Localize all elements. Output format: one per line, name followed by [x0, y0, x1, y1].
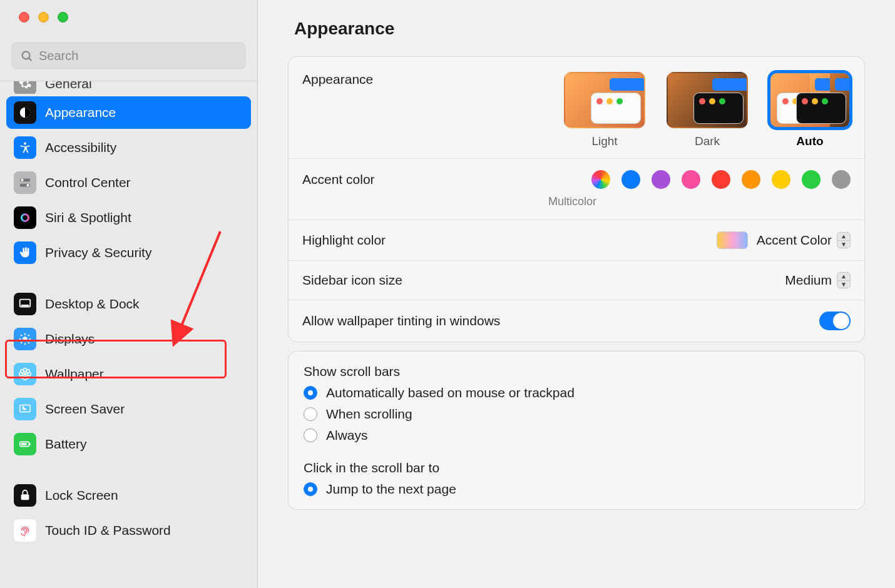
search-input[interactable]: [11, 42, 246, 69]
svg-line-1: [29, 58, 31, 61]
window-minimize-button[interactable]: [38, 12, 49, 23]
settings-panel-scroll: Show scroll bars Automatically based on …: [288, 351, 865, 510]
radio-label: Always: [326, 428, 368, 443]
appearance-thumb: [667, 72, 748, 128]
scrollbars-option[interactable]: Automatically based on mouse or trackpad: [304, 385, 849, 400]
sidebar-item-label: Privacy & Security: [45, 245, 243, 260]
group-scrollbars: Show scroll bars Automatically based on …: [304, 364, 849, 443]
search-icon: [20, 49, 34, 63]
sidebar-item-wallpaper[interactable]: Wallpaper: [6, 358, 251, 390]
group-title: Show scroll bars: [304, 364, 849, 379]
sidebar-item-label: General: [45, 81, 243, 91]
accent-color-graphite[interactable]: [832, 170, 851, 189]
group-title: Click in the scroll bar to: [304, 460, 849, 475]
accent-color-red[interactable]: [712, 170, 730, 189]
accent-color-yellow[interactable]: [772, 170, 790, 189]
svg-point-5: [21, 179, 23, 181]
chevron-down-icon: ▼: [837, 241, 850, 248]
accessibility-icon: [14, 136, 36, 159]
svg-rect-34: [21, 494, 29, 500]
sidebar-item-label: Wallpaper: [45, 367, 243, 382]
flower-icon: [14, 363, 36, 385]
sidebar-item-label: Screen Saver: [45, 402, 243, 417]
window-close-button[interactable]: [19, 12, 29, 23]
sidebar-scroll[interactable]: GeneralAppearanceAccessibilityControl Ce…: [0, 81, 257, 588]
sidebar-item-label: Desktop & Dock: [45, 297, 243, 312]
accent-color-purple[interactable]: [652, 170, 670, 189]
settings-window: GeneralAppearanceAccessibilityControl Ce…: [0, 0, 895, 588]
sidebar-item-lockscreen[interactable]: Lock Screen: [6, 479, 251, 512]
siri-icon: [14, 206, 36, 229]
sidebar-item-label: Battery: [45, 437, 243, 452]
row-label: Allow wallpaper tinting in windows: [302, 313, 819, 328]
sidebar-item-general[interactable]: General: [6, 81, 251, 94]
svg-line-19: [21, 342, 22, 343]
accent-selected-name: Multicolor: [302, 195, 851, 208]
battery-icon: [14, 433, 36, 455]
gear-icon: [14, 81, 36, 94]
accent-color-multicolor[interactable]: [591, 170, 610, 189]
search-wrap: [0, 34, 257, 81]
row-highlight: Highlight color Accent Color ▲ ▼: [289, 220, 864, 261]
row-appearance: Appearance LightDarkAuto: [289, 57, 864, 159]
sidebar-item-touchid[interactable]: Touch ID & Password: [6, 514, 251, 547]
svg-rect-11: [21, 305, 29, 307]
svg-rect-33: [21, 443, 27, 445]
sidebar-item-screensaver[interactable]: Screen Saver: [6, 393, 251, 425]
appearance-option-dark[interactable]: Dark: [667, 72, 748, 148]
sidebar-item-label: Lock Screen: [45, 488, 243, 503]
appearance-option-light[interactable]: Light: [564, 72, 645, 148]
appearance-option-label: Light: [564, 134, 645, 148]
row-label: Appearance: [302, 72, 564, 87]
svg-point-21: [24, 373, 27, 376]
svg-line-17: [21, 335, 22, 336]
sidebar-item-label: Touch ID & Password: [45, 523, 243, 538]
radio-icon: [304, 407, 317, 421]
scrollbars-option[interactable]: When scrolling: [304, 407, 849, 422]
appearance-option-label: Auto: [769, 134, 851, 148]
page-title: Appearance: [294, 19, 394, 39]
chevron-up-icon: ▲: [837, 233, 850, 241]
sidebar-item-displays[interactable]: Displays: [6, 323, 251, 355]
appearance-option-auto[interactable]: Auto: [769, 72, 851, 148]
radio-label: Automatically based on mouse or trackpad: [326, 385, 575, 400]
sidebar-item-battery[interactable]: Battery: [6, 428, 251, 460]
click-scroll-option[interactable]: Jump to the next page: [304, 482, 849, 497]
svg-line-20: [28, 335, 29, 336]
radio-icon: [304, 482, 317, 496]
highlight-value: Accent Color: [757, 233, 832, 248]
sidebar-item-accessibility[interactable]: Accessibility: [6, 131, 251, 164]
titlebar: [0, 0, 257, 34]
page-header: Appearance: [258, 0, 895, 48]
sidebar-item-desktopdock[interactable]: Desktop & Dock: [6, 288, 251, 320]
sidebar-item-privacy[interactable]: Privacy & Security: [6, 236, 251, 269]
appearance-thumb: [564, 72, 645, 128]
lock-icon: [14, 484, 36, 507]
accent-color-blue[interactable]: [621, 170, 640, 189]
highlight-stepper[interactable]: ▲ ▼: [837, 232, 851, 248]
highlight-swatch: [717, 231, 748, 249]
sidebar-item-label: Control Center: [45, 175, 243, 190]
radio-label: Jump to the next page: [326, 482, 456, 497]
sidebar-item-controlcenter[interactable]: Control Center: [6, 166, 251, 199]
svg-rect-32: [29, 443, 31, 445]
accent-color-pink[interactable]: [682, 170, 700, 189]
svg-point-3: [24, 143, 26, 145]
scrollbars-option[interactable]: Always: [304, 428, 849, 443]
group-click-scroll: Click in the scroll bar to Jump to the n…: [304, 460, 849, 497]
switches-icon: [14, 171, 36, 194]
sidebar-item-appearance[interactable]: Appearance: [6, 96, 251, 129]
sidebar-size-stepper[interactable]: ▲ ▼: [837, 272, 851, 288]
accent-color-orange[interactable]: [742, 170, 760, 189]
fingerprint-icon: [14, 519, 36, 542]
sidebar-item-siri[interactable]: Siri & Spotlight: [6, 201, 251, 234]
hand-icon: [14, 241, 36, 264]
window-zoom-button[interactable]: [58, 12, 68, 23]
chevron-down-icon: ▼: [837, 281, 850, 288]
radio-icon: [304, 428, 317, 442]
row-wallpaper-tint: Allow wallpaper tinting in windows: [289, 300, 864, 342]
dock-icon: [14, 293, 36, 315]
chevron-up-icon: ▲: [837, 273, 850, 281]
wallpaper-tint-toggle[interactable]: [819, 312, 851, 330]
accent-color-green[interactable]: [802, 170, 821, 189]
